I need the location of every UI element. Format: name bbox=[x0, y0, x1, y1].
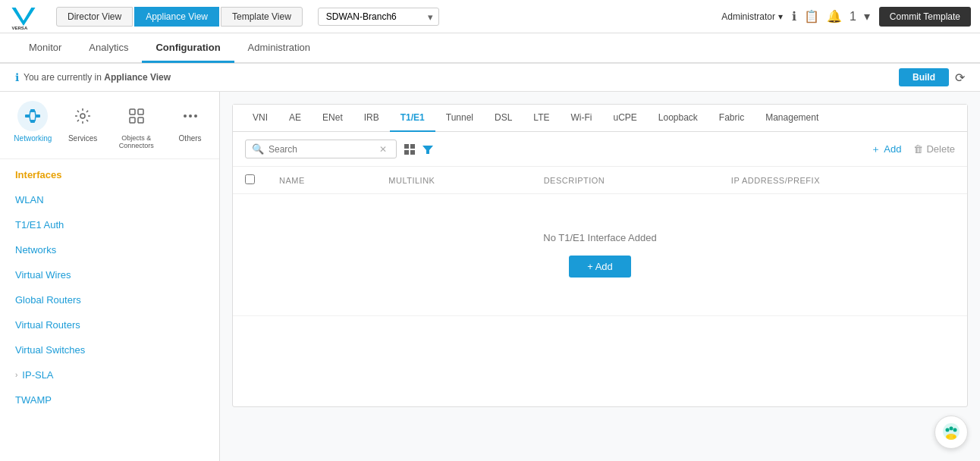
top-bar-left: VERSA NETWORKS Director View Appliance V… bbox=[9, 2, 439, 31]
svg-point-25 bbox=[946, 428, 950, 432]
tab-enet[interactable]: ENet bbox=[312, 105, 353, 132]
search-box: 🔍 ✕ bbox=[245, 140, 397, 158]
col-multilink: MULTILINK bbox=[376, 167, 531, 194]
tab-administration[interactable]: Administration bbox=[234, 34, 324, 63]
svg-line-10 bbox=[35, 116, 36, 121]
commit-template-button[interactable]: Commit Template bbox=[879, 7, 971, 27]
sidebar-item-twamp[interactable]: TWAMP bbox=[0, 387, 219, 412]
tab-configuration[interactable]: Configuration bbox=[142, 34, 234, 63]
refresh-button[interactable]: ⟳ bbox=[955, 71, 965, 85]
chat-bubble[interactable] bbox=[934, 416, 968, 449]
svg-rect-15 bbox=[138, 118, 143, 123]
build-button[interactable]: Build bbox=[899, 68, 949, 86]
tab-vni[interactable]: VNI bbox=[242, 105, 278, 132]
director-view-tab[interactable]: Director View bbox=[56, 7, 133, 27]
info-bar-right: Build ⟳ bbox=[899, 68, 965, 86]
svg-point-26 bbox=[950, 427, 953, 431]
svg-point-30 bbox=[953, 435, 956, 438]
main-content: Networking Services bbox=[0, 92, 980, 461]
tab-lte[interactable]: LTE bbox=[523, 105, 560, 132]
info-bar: ℹ You are currently in Appliance View Bu… bbox=[0, 64, 980, 92]
toolbar-right: ＋ Add 🗑 Delete bbox=[871, 143, 955, 156]
add-button[interactable]: ＋ Add bbox=[871, 143, 901, 156]
services-icon bbox=[68, 101, 98, 131]
appliance-view-tab[interactable]: Appliance View bbox=[134, 7, 219, 27]
col-name: NAME bbox=[267, 167, 376, 194]
svg-rect-21 bbox=[404, 150, 409, 155]
device-selector[interactable]: SDWAN-Branch6 bbox=[318, 8, 439, 26]
chevron-down-icon: ▾ bbox=[778, 11, 783, 22]
main-panel: VNI AE ENet IRB T1/E1 Tunnel DSL LTE Wi-… bbox=[220, 92, 980, 461]
empty-message: No T1/E1 Interface Added bbox=[260, 232, 940, 243]
top-icons: ℹ 📋 🔔 1 ▾ bbox=[792, 9, 870, 24]
select-all-checkbox[interactable] bbox=[245, 174, 255, 184]
tab-monitor[interactable]: Monitor bbox=[15, 34, 75, 63]
svg-point-18 bbox=[194, 114, 197, 118]
sidebar-item-t1e1auth[interactable]: T1/E1 Auth bbox=[0, 212, 219, 237]
clear-search-icon[interactable]: ✕ bbox=[379, 144, 387, 155]
template-view-tab[interactable]: Template View bbox=[221, 7, 303, 27]
chevron-right-icon: › bbox=[15, 371, 17, 379]
sidebar-icons: Networking Services bbox=[0, 92, 219, 159]
tab-ucpe[interactable]: uCPE bbox=[602, 105, 647, 132]
sidebar-item-virtual-wires[interactable]: Virtual Wires bbox=[0, 262, 219, 287]
empty-add-button[interactable]: + Add bbox=[569, 256, 631, 278]
sidebar-icon-networking[interactable]: Networking bbox=[14, 101, 52, 149]
info-text: You are currently in Appliance View bbox=[24, 72, 171, 83]
svg-point-27 bbox=[953, 428, 957, 432]
tab-ae[interactable]: AE bbox=[278, 105, 312, 132]
svg-rect-19 bbox=[404, 144, 409, 149]
search-input[interactable] bbox=[269, 144, 375, 155]
sidebar-icon-others[interactable]: Others bbox=[175, 101, 206, 149]
tab-loopback[interactable]: Loopback bbox=[648, 105, 708, 132]
others-icon bbox=[175, 101, 206, 131]
sidebar-item-ip-sla[interactable]: › IP-SLA bbox=[0, 362, 219, 387]
empty-state-cell: No T1/E1 Interface Added + Add bbox=[233, 194, 967, 316]
admin-dropdown[interactable]: Administrator ▾ bbox=[721, 11, 783, 22]
empty-state: No T1/E1 Interface Added + Add bbox=[245, 202, 955, 308]
svg-line-8 bbox=[30, 116, 30, 121]
svg-rect-4 bbox=[30, 109, 35, 112]
delete-button[interactable]: 🗑 Delete bbox=[913, 143, 955, 155]
objects-icon bbox=[121, 101, 152, 131]
search-icon: 🔍 bbox=[252, 143, 264, 155]
sidebar-item-interfaces[interactable]: Interfaces bbox=[0, 162, 219, 187]
tab-t1e1[interactable]: T1/E1 bbox=[390, 105, 435, 132]
bell-icon[interactable]: 🔔 bbox=[827, 9, 842, 24]
svg-line-7 bbox=[30, 111, 30, 116]
others-label: Others bbox=[179, 134, 202, 143]
tab-dsl[interactable]: DSL bbox=[484, 105, 523, 132]
svg-rect-5 bbox=[30, 120, 35, 123]
data-table: NAME MULTILINK DESCRIPTION IP ADDRESS/PR… bbox=[233, 167, 967, 316]
panel-inner: VNI AE ENet IRB T1/E1 Tunnel DSL LTE Wi-… bbox=[232, 104, 968, 407]
svg-rect-3 bbox=[25, 114, 30, 118]
sidebar-item-global-routers[interactable]: Global Routers bbox=[0, 287, 219, 312]
logo: VERSA NETWORKS bbox=[9, 2, 38, 31]
plus-icon: ＋ bbox=[871, 143, 881, 156]
services-label: Services bbox=[68, 134, 97, 143]
trash-icon: 🗑 bbox=[913, 143, 923, 155]
tab-tunnel[interactable]: Tunnel bbox=[435, 105, 484, 132]
sidebar-item-networks[interactable]: Networks bbox=[0, 237, 219, 262]
sidebar-item-wlan[interactable]: WLAN bbox=[0, 187, 219, 212]
col-ip: IP ADDRESS/PREFIX bbox=[719, 167, 967, 194]
svg-point-11 bbox=[80, 114, 85, 118]
tab-fabric[interactable]: Fabric bbox=[708, 105, 755, 132]
tab-analytics[interactable]: Analytics bbox=[75, 34, 142, 63]
sidebar-item-virtual-routers[interactable]: Virtual Routers bbox=[0, 312, 219, 337]
info-icon[interactable]: ℹ bbox=[792, 9, 796, 24]
objects-label: Objects & Connectors bbox=[114, 134, 159, 149]
table-body: No T1/E1 Interface Added + Add bbox=[233, 194, 967, 316]
tab-management[interactable]: Management bbox=[755, 105, 829, 132]
sidebar-item-virtual-switches[interactable]: Virtual Switches bbox=[0, 337, 219, 362]
svg-marker-0 bbox=[11, 7, 35, 25]
sidebar-icon-objects[interactable]: Objects & Connectors bbox=[114, 101, 159, 149]
tab-wifi[interactable]: Wi-Fi bbox=[560, 105, 602, 132]
grid-view-button[interactable] bbox=[404, 144, 415, 155]
tab-irb[interactable]: IRB bbox=[353, 105, 390, 132]
chevron-down-icon2: ▾ bbox=[864, 9, 870, 24]
sidebar-icon-services[interactable]: Services bbox=[68, 101, 98, 149]
svg-rect-6 bbox=[36, 114, 40, 118]
filter-button[interactable] bbox=[422, 144, 433, 155]
clipboard-icon[interactable]: 📋 bbox=[804, 9, 819, 24]
